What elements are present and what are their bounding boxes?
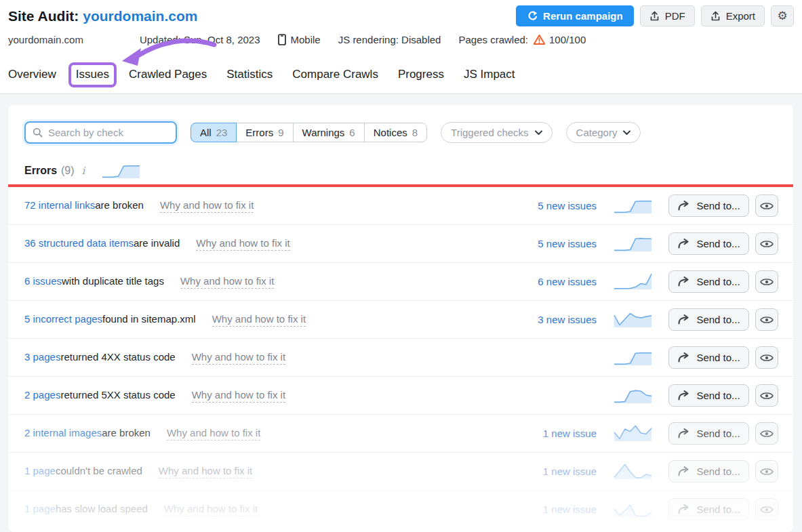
issue-count-link[interactable]: 2 internal images <box>24 427 102 438</box>
hide-issue-button[interactable] <box>755 270 778 293</box>
send-arrow-icon <box>677 277 690 287</box>
tab-progress[interactable]: Progress <box>398 68 444 81</box>
send-to-button[interactable]: Send to... <box>668 308 749 331</box>
triggered-checks-dropdown[interactable]: Triggered checks <box>441 122 553 143</box>
issue-count-link[interactable]: 3 pages <box>24 351 60 363</box>
hide-issue-button[interactable] <box>755 232 778 255</box>
send-to-button[interactable]: Send to... <box>668 498 749 520</box>
why-how-to-fix-link[interactable]: Why and how to fix it <box>180 275 274 289</box>
send-to-label: Send to... <box>696 314 740 325</box>
send-to-label: Send to... <box>696 466 740 477</box>
tab-crawled-pages[interactable]: Crawled Pages <box>129 68 207 81</box>
hide-issue-button[interactable] <box>755 460 778 483</box>
rerun-campaign-label: Rerun campaign <box>543 10 623 22</box>
send-to-button[interactable]: Send to... <box>668 195 749 217</box>
filter-warnings[interactable]: Warnings 6 <box>294 123 365 142</box>
tab-overview[interactable]: Overview <box>8 68 56 81</box>
issue-count-link[interactable]: 1 page <box>24 503 56 514</box>
send-to-label: Send to... <box>696 238 740 249</box>
why-how-to-fix-link[interactable]: Why and how to fix it <box>167 427 260 441</box>
why-how-to-fix-link[interactable]: Why and how to fix it <box>192 389 285 403</box>
why-how-to-fix-link[interactable]: Why and how to fix it <box>159 465 252 478</box>
eye-icon <box>760 353 774 363</box>
issue-count-link[interactable]: 36 structured data items <box>24 237 134 249</box>
issue-trend-sparkline <box>614 310 652 329</box>
issue-row: 6 issues with duplicate title tags Why a… <box>8 263 793 301</box>
send-to-button[interactable]: Send to... <box>668 232 749 255</box>
new-issues-link[interactable]: 6 new issues <box>521 276 597 287</box>
issue-trend-sparkline <box>614 234 652 253</box>
send-to-button[interactable]: Send to... <box>668 384 749 407</box>
filter-all[interactable]: All 23 <box>191 123 237 142</box>
send-to-button[interactable]: Send to... <box>668 270 749 293</box>
issue-text: 72 internal links are broken Why and how… <box>24 199 521 213</box>
page-title-domain: yourdomain.com <box>83 8 197 24</box>
errors-section-header: Errors (9) i <box>8 161 793 180</box>
tab-compare-crawls[interactable]: Compare Crawls <box>292 68 378 81</box>
issue-count-link[interactable]: 72 internal links <box>24 199 95 211</box>
header: Site Audit:yourdomain.com Rerun campaign… <box>0 0 802 91</box>
warning-triangle-icon <box>533 34 546 45</box>
send-to-label: Send to... <box>696 428 740 439</box>
why-how-to-fix-link[interactable]: Why and how to fix it <box>196 237 289 251</box>
issue-trend-sparkline <box>614 197 652 216</box>
settings-button[interactable]: ⚙ <box>771 5 794 26</box>
tab-js-impact[interactable]: JS Impact <box>464 68 515 81</box>
rerun-campaign-button[interactable]: Rerun campaign <box>516 5 634 26</box>
hide-issue-button[interactable] <box>755 346 778 369</box>
eye-icon <box>760 201 774 211</box>
hide-issue-button[interactable] <box>755 422 778 445</box>
hide-issue-button[interactable] <box>755 384 778 407</box>
pdf-label: PDF <box>665 10 685 22</box>
issue-description: are invalid <box>134 237 180 249</box>
issue-count-link[interactable]: 1 page <box>24 465 56 476</box>
new-issues-link[interactable]: 1 new issue <box>521 428 597 439</box>
title-row: Site Audit:yourdomain.com Rerun campaign… <box>8 5 794 26</box>
issue-count-link[interactable]: 6 issues <box>24 275 62 287</box>
search-input[interactable] <box>48 127 169 138</box>
device-label: Mobile <box>291 34 321 45</box>
send-to-button[interactable]: Send to... <box>668 346 749 369</box>
new-issues-link[interactable]: 1 new issue <box>521 466 597 477</box>
send-to-label: Send to... <box>696 504 740 515</box>
why-how-to-fix-link[interactable]: Why and how to fix it <box>160 199 254 213</box>
issue-count-link[interactable]: 2 pages <box>24 389 60 401</box>
eye-icon <box>760 467 774 476</box>
upload-icon <box>710 11 721 22</box>
issue-count-link[interactable]: 5 incorrect pages <box>24 313 102 325</box>
why-how-to-fix-link[interactable]: Why and how to fix it <box>192 351 285 365</box>
issue-row: 2 internal images are broken Why and how… <box>8 415 793 453</box>
tab-issues[interactable]: Issues <box>76 68 109 81</box>
new-issues-link[interactable]: 5 new issues <box>521 200 597 211</box>
hide-issue-button[interactable] <box>755 498 778 520</box>
info-icon[interactable]: i <box>82 165 85 177</box>
hide-issue-button[interactable] <box>755 195 778 217</box>
send-to-button[interactable]: Send to... <box>668 422 749 445</box>
send-arrow-icon <box>677 314 690 325</box>
send-to-button[interactable]: Send to... <box>668 460 749 483</box>
eye-icon <box>760 239 774 249</box>
site-audit-page: Site Audit:yourdomain.com Rerun campaign… <box>0 0 802 532</box>
category-dropdown[interactable]: Category <box>566 122 641 143</box>
tab-statistics[interactable]: Statistics <box>226 68 273 81</box>
triggered-checks-label: Triggered checks <box>451 127 529 138</box>
why-how-to-fix-link[interactable]: Why and how to fix it <box>212 313 306 327</box>
issue-trend-sparkline <box>614 424 652 443</box>
filter-notices[interactable]: Notices 8 <box>365 123 426 142</box>
pdf-button[interactable]: PDF <box>640 5 695 26</box>
issue-text: 2 pages returned 5XX status code Why and… <box>24 389 521 403</box>
filters-toolbar: All 23 Errors 9 Warnings 6 Notices 8 <box>8 105 793 144</box>
hide-issue-button[interactable] <box>755 308 778 331</box>
content-area: All 23 Errors 9 Warnings 6 Notices 8 <box>0 94 802 532</box>
filter-errors[interactable]: Errors 9 <box>237 123 293 142</box>
export-button[interactable]: Export <box>701 5 765 26</box>
project-domain: yourdomain.com <box>8 34 83 45</box>
send-arrow-icon <box>677 239 690 249</box>
gear-icon: ⚙ <box>777 10 787 22</box>
issue-trend-sparkline <box>614 462 652 481</box>
why-how-to-fix-link[interactable]: Why and how to fix it <box>164 503 258 516</box>
new-issues-link[interactable]: 5 new issues <box>521 238 597 249</box>
new-issues-link[interactable]: 3 new issues <box>521 314 597 325</box>
mobile-icon <box>278 34 286 45</box>
new-issues-link[interactable]: 1 new issue <box>521 504 597 515</box>
